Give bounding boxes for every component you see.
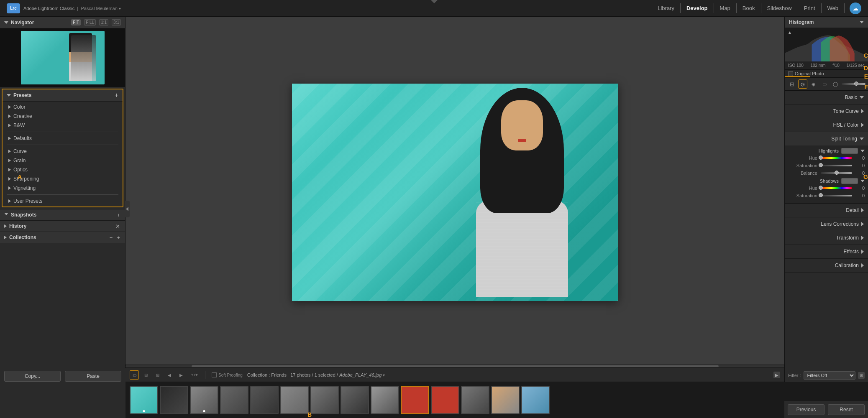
subject-figure <box>451 92 593 297</box>
paste-button[interactable]: Paste <box>65 371 121 382</box>
nav-map[interactable]: Map <box>714 3 737 13</box>
filmstrip-thumbnail-12[interactable] <box>491 386 520 414</box>
filmstrip-thumbnail-1[interactable] <box>160 386 188 414</box>
filmstrip-thumbnail-6[interactable] <box>310 386 339 414</box>
history-header[interactable]: History ✕ <box>0 221 125 232</box>
nav-develop[interactable]: Develop <box>681 3 714 13</box>
transform-header[interactable]: Transform <box>785 231 868 245</box>
original-photo-checkbox[interactable] <box>788 71 793 76</box>
preset-bw[interactable]: B&W <box>3 121 123 130</box>
soft-proofing-checkbox[interactable]: Soft Proofing <box>210 370 245 380</box>
filmstrip-single-view-button[interactable]: ▭ <box>130 370 139 380</box>
snapshots-header[interactable]: Snapshots + <box>0 209 125 220</box>
collections-add-button[interactable]: + <box>116 235 121 240</box>
filmstrip-thumbnail-11[interactable] <box>461 386 489 414</box>
tone-curve-header[interactable]: Tone Curve <box>785 104 868 118</box>
copy-button[interactable]: Copy... <box>4 371 61 382</box>
filter-extra-icon[interactable]: ⊞ <box>858 372 865 379</box>
presets-list: Color Creative B&W Defaults <box>3 102 123 206</box>
collections-remove-button[interactable]: − <box>109 235 114 240</box>
histogram-header[interactable]: Histogram <box>785 17 868 28</box>
filmstrip-thumbnail-3[interactable] <box>220 386 248 414</box>
filmstrip-thumbnail-0[interactable] <box>130 386 158 414</box>
filmstrip-thumbnail-9[interactable] <box>401 386 429 414</box>
filmstrip-next-button[interactable]: ▶ <box>177 370 186 380</box>
reset-button[interactable]: Reset <box>828 404 865 415</box>
filmstrip-compare-button[interactable]: ⊟ <box>141 370 151 380</box>
preset-color[interactable]: Color <box>3 102 123 112</box>
filmstrip-view-mode-selector[interactable]: YY▾ <box>188 370 201 380</box>
nav-book[interactable]: Book <box>737 3 761 13</box>
effects-header[interactable]: Effects <box>785 245 868 258</box>
spot-removal-button[interactable]: ◉ <box>809 79 818 89</box>
preset-creative[interactable]: Creative <box>3 112 123 121</box>
filmstrip-thumbnail-13[interactable] <box>521 386 550 414</box>
filmstrip-thumbnail-10[interactable] <box>431 386 459 414</box>
highlights-hue-slider[interactable] <box>821 157 852 159</box>
hsl-color-header[interactable]: HSL / Color <box>785 118 868 132</box>
nav-print[interactable]: Print <box>798 3 822 13</box>
navigator-fill-btn[interactable]: FILL <box>84 19 96 25</box>
scroll-thumb[interactable] <box>192 365 719 367</box>
hsl-color-section: HSL / Color <box>785 118 868 132</box>
filmstrip-prev-button[interactable]: ◀ <box>165 370 174 380</box>
filmstrip-grid-button[interactable]: ⊞ <box>153 370 162 380</box>
shadows-hue-handle <box>819 186 823 190</box>
history-actions: ✕ <box>115 224 121 229</box>
split-toning-content: Highlights Hue 0 Saturation <box>785 145 868 203</box>
navigator-header[interactable]: Navigator FIT FILL 1:1 3:1 <box>0 17 125 28</box>
previous-button[interactable]: Previous <box>788 404 824 415</box>
preset-defaults[interactable]: Defaults <box>3 134 123 143</box>
shadows-saturation-slider[interactable] <box>821 195 852 196</box>
nav-slideshow[interactable]: Slideshow <box>761 3 798 13</box>
highlights-saturation-slider[interactable] <box>821 165 852 166</box>
top-collapse-arrow[interactable] <box>431 0 438 3</box>
transform-collapse-icon <box>861 236 864 240</box>
nav-web[interactable]: Web <box>822 3 845 13</box>
preset-user-presets[interactable]: User Presets <box>3 196 123 206</box>
cloud-sync-button[interactable]: ☁ <box>850 3 861 14</box>
filmstrip-thumbnail-5[interactable] <box>280 386 309 414</box>
presets-header[interactable]: Presets + <box>3 89 123 102</box>
highlights-dropdown-icon[interactable] <box>860 150 865 152</box>
nav-library[interactable]: Library <box>652 3 681 13</box>
filter-select[interactable]: Filters Off <box>804 371 855 380</box>
left-panel-collapse-handle[interactable] <box>125 201 130 217</box>
filmstrip-scroll-right[interactable]: ▶ <box>773 372 780 378</box>
presets-add-button[interactable]: + <box>115 92 118 99</box>
highlights-swatch[interactable] <box>841 148 858 154</box>
presets-collapse-icon <box>7 94 11 97</box>
navigator-thumbnail <box>21 31 105 84</box>
preset-optics[interactable]: Optics <box>3 165 123 174</box>
crop-tool-button[interactable]: ⊞ <box>787 79 796 89</box>
filmstrip-thumbnail-7[interactable] <box>341 386 369 414</box>
preset-grain[interactable]: Grain <box>3 156 123 165</box>
targeted-adjustment-button[interactable]: ◎ <box>798 79 807 89</box>
shadows-hue-slider[interactable] <box>821 187 852 189</box>
preset-vignetting[interactable]: Vignetting <box>3 184 123 193</box>
filmstrip-thumbnail-8[interactable] <box>371 386 399 414</box>
shadows-swatch[interactable] <box>841 178 858 184</box>
lens-corrections-header[interactable]: Lens Corrections <box>785 217 868 231</box>
snapshots-add-button[interactable]: + <box>116 212 121 218</box>
navigator-fit-btn[interactable]: FIT <box>71 19 81 25</box>
tool-slider[interactable] <box>842 83 865 85</box>
collections-header[interactable]: Collections − + <box>0 232 125 243</box>
filmstrip-thumbnail-4[interactable] <box>250 386 279 414</box>
calibration-header[interactable]: Calibration <box>785 259 868 272</box>
navigator-3-1-btn[interactable]: 3:1 <box>112 19 121 25</box>
detail-header[interactable]: Detail <box>785 204 868 217</box>
balance-slider[interactable] <box>821 172 852 174</box>
left-panel-collapse-arrow-icon <box>126 207 128 211</box>
graduated-filter-button[interactable]: ◯ <box>831 79 840 89</box>
annotation-f: F <box>864 84 868 90</box>
split-toning-header[interactable]: Split Toning <box>785 132 868 145</box>
preset-curve-icon <box>8 150 11 153</box>
highlights-hue-row: Hue 0 <box>788 155 865 161</box>
basic-header[interactable]: Basic <box>785 91 868 104</box>
red-eye-button[interactable]: ▭ <box>820 79 829 89</box>
preset-curve[interactable]: Curve <box>3 147 123 156</box>
navigator-1-1-btn[interactable]: 1:1 <box>99 19 108 25</box>
filmstrip-thumbnail-2[interactable] <box>190 386 218 414</box>
history-clear-button[interactable]: ✕ <box>115 224 121 229</box>
